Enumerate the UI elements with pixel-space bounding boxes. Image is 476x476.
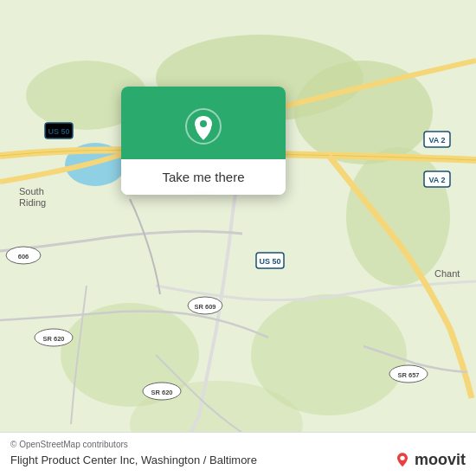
svg-text:SR 657: SR 657	[397, 371, 419, 379]
svg-text:606: 606	[18, 253, 29, 261]
svg-text:SR 609: SR 609	[194, 303, 215, 311]
svg-text:SR 620: SR 620	[151, 389, 172, 396]
copyright-text: © OpenStreetMap contributors	[10, 440, 466, 449]
popup-green-header	[121, 87, 286, 159]
svg-text:Riding: Riding	[19, 197, 46, 208]
svg-text:VA 2: VA 2	[428, 136, 445, 145]
svg-text:VA 2: VA 2	[428, 176, 445, 184]
svg-text:US 50: US 50	[48, 127, 69, 136]
location-info-row: Flight Product Center Inc, Washington / …	[10, 451, 466, 469]
moovit-text: moovit	[415, 451, 466, 469]
bottom-bar: © OpenStreetMap contributors Flight Prod…	[0, 432, 476, 476]
svg-text:Chant: Chant	[434, 268, 460, 279]
take-me-there-button[interactable]: Take me there	[121, 159, 286, 195]
location-pin-icon	[184, 107, 222, 145]
svg-point-34	[200, 120, 207, 127]
svg-point-4	[346, 147, 450, 286]
map-background: US 50 US 50 US 50 VA 2 VA 2 606 SR 609 S…	[0, 0, 476, 476]
map-container: US 50 US 50 US 50 VA 2 VA 2 606 SR 609 S…	[0, 0, 476, 476]
svg-text:South: South	[19, 186, 44, 196]
svg-point-35	[400, 455, 404, 460]
location-name: Flight Product Center Inc, Washington / …	[10, 453, 257, 466]
svg-text:US 50: US 50	[259, 257, 280, 266]
moovit-pin-icon	[394, 452, 411, 469]
moovit-logo: moovit	[394, 451, 466, 469]
popup-card: Take me there	[121, 87, 286, 195]
svg-text:SR 620: SR 620	[42, 335, 64, 343]
